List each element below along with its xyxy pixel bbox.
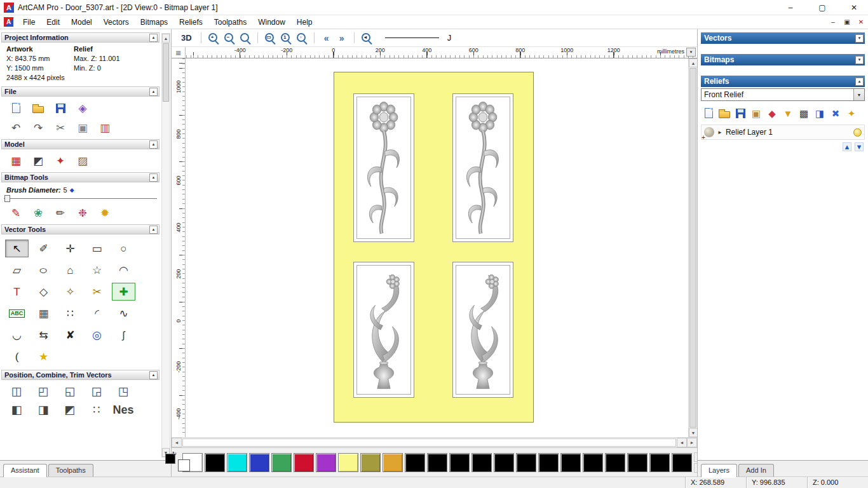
- palette-swatch[interactable]: [227, 453, 247, 472]
- smooth-relief-icon[interactable]: ◆: [766, 107, 778, 119]
- maximize-button[interactable]: ▢: [808, 0, 836, 15]
- palette-swatch[interactable]: [560, 453, 581, 472]
- palette-swatch[interactable]: [516, 453, 536, 472]
- align-center-icon[interactable]: ◰: [34, 384, 52, 398]
- menu-item[interactable]: Vectors: [98, 16, 135, 29]
- mirror-tool[interactable]: ⇆: [32, 326, 55, 344]
- import-export-icon[interactable]: ◈: [74, 100, 91, 116]
- transform-tool[interactable]: ✛: [58, 240, 82, 257]
- arc-editing-tool[interactable]: ◡: [5, 326, 29, 344]
- dot-pattern-tool[interactable]: ∷: [58, 304, 82, 322]
- palette-swatch[interactable]: [249, 453, 269, 472]
- zoom-1to1-icon[interactable]: 1: [280, 32, 292, 44]
- collapse-section-button[interactable]: [149, 371, 158, 379]
- collapse-section-icon[interactable]: [855, 78, 864, 86]
- palette-swatch[interactable]: [360, 453, 381, 472]
- tab-assistant[interactable]: Assistant: [3, 464, 47, 477]
- fit-arcs-tool[interactable]: ◜: [85, 304, 109, 322]
- menu-item[interactable]: Reliefs: [173, 16, 208, 29]
- render-relief-icon[interactable]: ✦: [845, 107, 858, 119]
- align-left-icon[interactable]: ◫: [8, 384, 25, 398]
- relief-selector-combo[interactable]: Front Relief ▼: [701, 88, 865, 101]
- scrollbar-thumb[interactable]: [182, 438, 676, 447]
- save-relief-icon[interactable]: [734, 107, 747, 119]
- paste-add-tool[interactable]: ✚: [112, 283, 135, 301]
- menu-item[interactable]: Help: [291, 16, 318, 29]
- reset-relief-icon[interactable]: ◨: [813, 107, 826, 119]
- palette-swatch[interactable]: [583, 453, 603, 472]
- tab-layers[interactable]: Layers: [701, 464, 737, 477]
- toggle-3d-view-button[interactable]: 3D: [178, 33, 195, 43]
- palette-swatch[interactable]: [427, 453, 447, 472]
- redo-icon[interactable]: ↷: [30, 120, 46, 135]
- select-tool[interactable]: ↖: [5, 240, 29, 257]
- scroll-up-icon[interactable]: ▲: [162, 34, 170, 43]
- menu-item[interactable]: Model: [65, 16, 98, 29]
- copy-icon[interactable]: ▣: [74, 120, 91, 135]
- drawing-viewport[interactable]: [186, 58, 688, 437]
- menu-item[interactable]: File: [17, 16, 41, 29]
- zoom-in-icon[interactable]: +: [207, 32, 220, 44]
- align-top-icon[interactable]: ◱: [61, 384, 79, 398]
- circle-tool[interactable]: ○: [112, 240, 135, 257]
- lighting-material-icon[interactable]: ◩: [30, 153, 46, 168]
- palette-swatch[interactable]: [316, 453, 336, 472]
- palette-swatch[interactable]: [405, 453, 425, 472]
- next-view-icon[interactable]: »: [336, 32, 348, 44]
- palette-icon[interactable]: ❉: [74, 205, 91, 220]
- collapse-section-button[interactable]: [149, 34, 158, 42]
- relief-layer-row[interactable]: ► Relief Layer 1: [701, 125, 865, 140]
- horizontal-scrollbar[interactable]: ◄ ◄ ►: [172, 437, 697, 447]
- menu-item[interactable]: Toolpaths: [208, 16, 252, 29]
- scrollbar-thumb[interactable]: [689, 68, 696, 428]
- free-curve-tool[interactable]: ∿: [112, 304, 135, 322]
- zoom-out-icon[interactable]: −: [223, 32, 236, 44]
- tab-toolpaths[interactable]: Toolpaths: [48, 464, 93, 477]
- scroll-down-icon[interactable]: ▼: [689, 428, 698, 437]
- align-bottom-icon[interactable]: ◲: [88, 384, 105, 398]
- combine-subtract-icon[interactable]: ◨: [34, 403, 52, 417]
- layer-visibility-icon[interactable]: [853, 128, 862, 137]
- invert-relief-icon[interactable]: ▼: [782, 107, 794, 119]
- star-tool[interactable]: ☆: [85, 261, 109, 279]
- delete-relief-icon[interactable]: ✖: [829, 107, 842, 119]
- delete-overlap-tool[interactable]: ✘: [58, 326, 82, 344]
- star-wizard-tool[interactable]: ★: [32, 348, 55, 365]
- new-relief-layer-icon[interactable]: [702, 107, 715, 119]
- save-file-icon[interactable]: [52, 100, 69, 116]
- bitmaps-section-header[interactable]: Bitmaps: [701, 54, 865, 65]
- collapse-section-button[interactable]: [149, 226, 158, 234]
- duplicate-relief-icon[interactable]: ▣: [750, 107, 763, 119]
- door-artwork[interactable]: [334, 72, 534, 423]
- palette-swatch[interactable]: [205, 453, 225, 472]
- arc-tool[interactable]: ◠: [112, 261, 135, 279]
- slider-thumb[interactable]: [4, 195, 10, 202]
- palette-swatch[interactable]: [471, 453, 492, 472]
- load-image-icon[interactable]: ▨: [74, 153, 91, 168]
- menu-item[interactable]: Edit: [41, 16, 65, 29]
- stamp-relief-icon[interactable]: ✦: [52, 153, 69, 168]
- scroll-left-icon[interactable]: ◄: [172, 438, 182, 447]
- move-layer-down-icon[interactable]: ▼: [855, 142, 864, 151]
- brush-diameter-slider[interactable]: [4, 194, 157, 203]
- set-model-size-icon[interactable]: ▦: [8, 153, 24, 168]
- palette-swatch[interactable]: [449, 453, 470, 472]
- palette-swatch[interactable]: [605, 453, 625, 472]
- palette-swatch[interactable]: [338, 453, 358, 472]
- reliefs-section-header[interactable]: Reliefs: [701, 76, 865, 87]
- collapse-section-button[interactable]: [149, 140, 158, 149]
- open-relief-icon[interactable]: [718, 107, 731, 119]
- vertical-scrollbar[interactable]: ▲ ▼: [688, 58, 697, 437]
- arc-segment-tool[interactable]: (: [5, 348, 29, 365]
- palette-swatch[interactable]: [538, 453, 559, 472]
- ellipse-tool[interactable]: ○: [32, 261, 55, 279]
- rectangle-tool[interactable]: ▭: [85, 240, 109, 257]
- vectors-section-header[interactable]: Vectors: [701, 32, 865, 44]
- scroll-right-icon[interactable]: ►: [687, 438, 697, 447]
- nest-icon[interactable]: Nes: [114, 403, 132, 417]
- node-editing-tool[interactable]: ✐: [32, 240, 55, 257]
- palette-swatch[interactable]: [627, 453, 648, 472]
- open-file-icon[interactable]: [30, 100, 46, 116]
- grid-tool[interactable]: ▦: [32, 304, 55, 322]
- combo-dropdown-icon[interactable]: ▼: [853, 89, 864, 100]
